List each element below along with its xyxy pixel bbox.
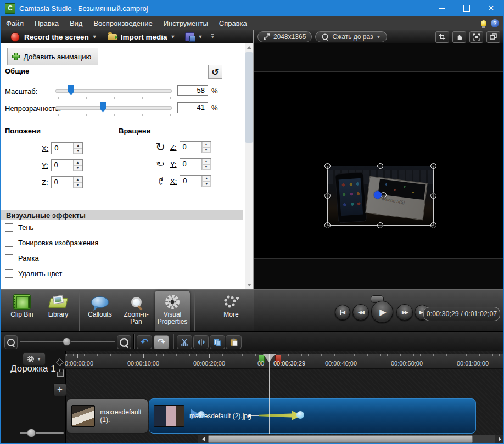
timeline-zoom-in-button[interactable] [117, 335, 131, 349]
fit-to-window-button[interactable] [469, 31, 483, 43]
import-caret-icon[interactable]: ▼ [170, 34, 175, 40]
tab-callouts[interactable]: Callouts [83, 291, 117, 331]
timeline-scroll-thumb[interactable] [208, 435, 473, 443]
play-button[interactable]: ▶ [371, 301, 393, 323]
track-visibility-icon[interactable] [56, 358, 64, 366]
record-screen-button[interactable]: Record the screen [24, 33, 89, 41]
colorize-checkbox[interactable] [5, 239, 13, 247]
scale-value-field[interactable]: 58 [177, 85, 208, 96]
menu-help[interactable]: Справка [214, 16, 253, 30]
menu-file[interactable]: Файл [1, 16, 29, 30]
produce-share-icon[interactable] [185, 32, 194, 41]
position-x-down-button[interactable]: ▼ [74, 148, 82, 154]
import-media-button[interactable]: Import media [121, 33, 167, 41]
rotation-y-down-button[interactable]: ▼ [202, 164, 211, 170]
preview-canvas[interactable]: iPhone 5(S) [254, 71, 504, 259]
rotation-y-field[interactable]: 0 ▲▼ [180, 158, 211, 170]
border-checkbox[interactable] [5, 254, 13, 262]
add-track-button[interactable]: + [53, 383, 66, 396]
handle-top-right[interactable] [430, 163, 436, 169]
reset-properties-button[interactable]: ↺ [208, 65, 222, 79]
position-y-up-button[interactable]: ▲ [74, 160, 82, 165]
produce-caret-icon[interactable]: ▼ [198, 34, 203, 40]
properties-scrollbar[interactable] [245, 43, 253, 289]
center-anchor-dot[interactable] [374, 191, 382, 199]
undo-button[interactable]: ↶ [137, 335, 152, 349]
animation-arrow[interactable] [259, 410, 302, 421]
track-lock-icon[interactable] [57, 372, 64, 377]
handle-top-left[interactable] [324, 163, 331, 169]
rotation-x-field[interactable]: 0 ▲▼ [180, 175, 211, 187]
timeline-horizontal-scrollbar[interactable] [198, 435, 504, 443]
paste-button[interactable] [226, 335, 242, 349]
scroll-up-button[interactable] [245, 43, 253, 52]
rotation-z-value[interactable]: 0 [180, 142, 201, 153]
minimize-button[interactable] [429, 0, 454, 16]
maximize-button[interactable] [454, 0, 479, 16]
scale-slider-thumb[interactable] [68, 85, 74, 95]
tab-zoom-n-pan[interactable]: Zoom-n-Pan [119, 291, 153, 331]
tab-library[interactable]: Library [41, 291, 75, 331]
opacity-value-field[interactable]: 41 [177, 102, 208, 113]
split-button[interactable] [193, 335, 209, 349]
clip-maxresdefault-2[interactable]: maxresdefault (2).jpg [149, 398, 476, 434]
position-y-down-button[interactable]: ▼ [74, 165, 82, 171]
copy-button[interactable] [210, 335, 225, 349]
handle-middle-right[interactable] [430, 193, 436, 199]
handle-bottom-center[interactable] [377, 222, 383, 228]
fast-forward-button[interactable]: ▶▶ [396, 304, 413, 321]
selected-media-bounds[interactable]: iPhone 5(S) [327, 166, 434, 226]
timeline-zoom-thumb[interactable] [63, 338, 71, 346]
detach-preview-button[interactable] [486, 31, 500, 43]
cut-button[interactable] [177, 335, 192, 349]
tab-more[interactable]: More [211, 291, 251, 331]
rewind-button[interactable]: ◀◀ [352, 304, 369, 321]
shadow-checkbox[interactable] [5, 223, 13, 232]
opacity-slider-thumb[interactable] [100, 102, 106, 113]
record-caret-icon[interactable]: ▼ [92, 34, 97, 40]
pan-button[interactable] [452, 31, 466, 43]
playhead-line[interactable] [269, 354, 270, 434]
close-button[interactable]: × [479, 0, 503, 16]
rotation-y-value[interactable]: 0 [180, 159, 201, 170]
menu-playback[interactable]: Воспроизведение [88, 16, 158, 30]
position-z-down-button[interactable]: ▼ [74, 182, 82, 188]
tab-clip-bin[interactable]: Clip Bin [5, 291, 39, 331]
add-animation-button[interactable]: Добавить анимацию [7, 48, 98, 65]
rotation-x-up-button[interactable]: ▲ [202, 176, 211, 181]
fit-mode-dropdown[interactable]: Сжать до раз ▼ [315, 31, 387, 42]
rotation-z-up-button[interactable]: ▲ [202, 142, 211, 147]
rotation-z-down-button[interactable]: ▼ [202, 147, 211, 153]
scroll-down-button[interactable] [245, 281, 253, 289]
position-z-up-button[interactable]: ▲ [74, 177, 82, 182]
rotation-x-down-button[interactable]: ▼ [202, 181, 211, 187]
scroll-left-button[interactable] [198, 435, 208, 443]
handle-bottom-left[interactable] [324, 222, 331, 228]
scroll-right-button[interactable] [495, 435, 504, 443]
handle-bottom-right[interactable] [430, 222, 436, 228]
rotation-x-value[interactable]: 0 [180, 176, 201, 187]
clip-maxresdefault-1[interactable]: maxresdefault (1). [66, 398, 148, 434]
jump-to-start-button[interactable]: ◀ [335, 305, 350, 320]
position-z-field[interactable]: 0 ▲▼ [51, 176, 83, 188]
toolbar-overflow-icon[interactable]: ▾ [211, 34, 214, 40]
help-icon[interactable]: ? [491, 19, 499, 27]
opacity-slider[interactable] [55, 106, 172, 110]
remove-color-checkbox[interactable] [5, 269, 13, 278]
position-y-field[interactable]: 0 ▲▼ [51, 159, 83, 171]
position-x-value[interactable]: 0 [52, 143, 73, 154]
position-x-up-button[interactable]: ▲ [74, 143, 82, 148]
scrollbar-thumb[interactable] [245, 52, 253, 143]
crop-button[interactable] [435, 31, 449, 43]
position-x-field[interactable]: 0 ▲▼ [51, 142, 83, 154]
menu-tools[interactable]: Инструменты [158, 16, 214, 30]
tip-lightbulb-icon[interactable] [481, 20, 486, 26]
rotation-y-up-button[interactable]: ▲ [202, 159, 211, 164]
handle-middle-left[interactable] [324, 193, 331, 199]
handle-top-center[interactable] [377, 163, 383, 169]
canvas-dimensions-button[interactable]: 2048x1365 [257, 31, 312, 42]
rotation-z-field[interactable]: 0 ▲▼ [180, 141, 211, 153]
position-y-value[interactable]: 0 [52, 160, 73, 171]
position-z-value[interactable]: 0 [52, 177, 73, 188]
menu-view[interactable]: Вид [64, 16, 88, 30]
